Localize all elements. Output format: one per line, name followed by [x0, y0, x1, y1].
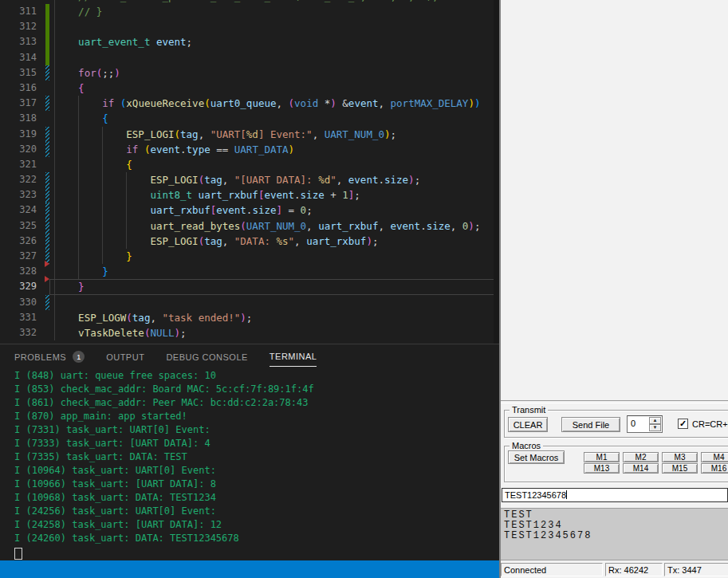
- code-text: {: [54, 111, 108, 126]
- indent-guide: [78, 202, 79, 218]
- indent-guide: [54, 50, 55, 65]
- tab-debug-console[interactable]: DEBUG CONSOLE: [166, 351, 247, 367]
- line-number[interactable]: 324: [0, 202, 37, 218]
- indent-guide: [78, 157, 79, 172]
- line-number[interactable]: 321: [0, 157, 37, 172]
- git-modified-marker: [45, 234, 49, 249]
- line-number[interactable]: 327: [0, 249, 37, 264]
- line-number[interactable]: 311: [0, 4, 37, 19]
- cr-crlf-checkbox[interactable]: ✓ CR=CR+LF: [678, 419, 728, 429]
- code-line[interactable]: 331 ESP_LOGW(tag, "task ended!");: [0, 310, 499, 325]
- code-line[interactable]: 326 ESP_LOGI(tag, "DATA: %s", uart_rxbuf…: [0, 234, 499, 249]
- line-number[interactable]: 332: [0, 325, 37, 340]
- set-macros-button[interactable]: Set Macros: [508, 450, 565, 464]
- vscode-statusbar: [0, 560, 499, 578]
- code-line[interactable]: 311 // }: [0, 4, 499, 19]
- code-line[interactable]: 325 uart_read_bytes(UART_NUM_0, uart_rxb…: [0, 218, 499, 234]
- clear-button[interactable]: CLEAR: [508, 417, 548, 432]
- line-number[interactable]: 325: [0, 218, 37, 234]
- code-line[interactable]: 317 if (xQueueReceive(uart0_queue, (void…: [0, 96, 499, 111]
- terminal-line: I (7335) task_uart: DATA: TEST: [14, 450, 498, 464]
- code-line[interactable]: 320 if (event.type == UART_DATA): [0, 142, 499, 157]
- code-line[interactable]: 329 }: [0, 279, 499, 294]
- indent-guide: [126, 218, 127, 234]
- send-file-button[interactable]: Send File: [561, 417, 620, 432]
- macro-button-m16[interactable]: M16: [701, 463, 728, 474]
- indent-guide: [126, 234, 127, 249]
- code-line[interactable]: 328 }: [0, 264, 499, 279]
- macro-button-m1[interactable]: M1: [584, 452, 620, 462]
- line-number[interactable]: 319: [0, 127, 37, 142]
- tab-label: OUTPUT: [106, 352, 144, 362]
- line-number[interactable]: 314: [0, 50, 37, 65]
- line-number[interactable]: 330: [0, 295, 37, 310]
- code-line[interactable]: 321 {: [0, 157, 499, 172]
- code-text: {: [54, 81, 85, 96]
- indent-guide: [54, 19, 55, 34]
- macro-button-m13[interactable]: M13: [584, 463, 620, 474]
- macro-button-m3[interactable]: M3: [662, 452, 698, 462]
- code-text: }: [54, 264, 108, 279]
- tab-terminal[interactable]: TERMINAL: [270, 351, 317, 367]
- code-line[interactable]: 332 vTaskDelete(NULL);: [0, 325, 499, 340]
- git-added-marker: [45, 4, 49, 19]
- problems-badge: 1: [73, 351, 85, 363]
- code-line[interactable]: 319 ESP_LOGI(tag, "UART[%d] Event:", UAR…: [0, 127, 499, 142]
- line-number[interactable]: 331: [0, 310, 37, 325]
- code-line[interactable]: 315 for(;;): [0, 65, 499, 81]
- line-number[interactable]: 312: [0, 19, 37, 34]
- code-editor[interactable]: 310 // uart_enable_pattern_det_baud_intr…: [0, 0, 499, 344]
- indent-guide: [54, 111, 55, 126]
- indent-guide: [54, 34, 55, 49]
- indent-guide: [78, 218, 79, 234]
- line-number[interactable]: 316: [0, 81, 37, 96]
- indent-guide: [126, 172, 127, 187]
- line-number[interactable]: 317: [0, 96, 37, 111]
- code-line[interactable]: 318 {: [0, 111, 499, 126]
- terminal-output[interactable]: I (848) uart: queue free spaces: 10I (85…: [14, 369, 498, 560]
- code-line[interactable]: 322 ESP_LOGI(tag, "[UART DATA]: %d", eve…: [0, 172, 499, 187]
- code-line[interactable]: 323 uint8_t uart_rxbuf[event.size + 1];: [0, 187, 499, 202]
- cr-crlf-checkbox-label: CR=CR+LF: [692, 419, 728, 429]
- line-number[interactable]: 320: [0, 142, 37, 157]
- sent-history-area: TESTTEST1234TEST12345678: [501, 508, 728, 560]
- status-rx-count: Rx: 46242: [605, 563, 663, 576]
- line-number[interactable]: 313: [0, 34, 37, 49]
- send-count-spinner[interactable]: 0 ▲ ▼: [627, 415, 663, 433]
- indent-guide: [78, 96, 79, 111]
- indent-guide: [78, 234, 79, 249]
- code-text: }: [54, 249, 132, 264]
- macro-button-m14[interactable]: M14: [623, 463, 659, 474]
- code-text: uart_rxbuf[event.size] = 0;: [54, 202, 313, 218]
- code-line[interactable]: 327 }: [0, 249, 499, 264]
- code-line[interactable]: 324 uart_rxbuf[event.size] = 0;: [0, 202, 499, 218]
- spinner-down-icon[interactable]: ▼: [649, 424, 661, 431]
- transmit-group-label: Transmit: [510, 405, 548, 415]
- line-number[interactable]: 328: [0, 264, 37, 279]
- transmit-input[interactable]: TEST12345678: [502, 488, 728, 502]
- tab-output[interactable]: OUTPUT: [106, 351, 144, 367]
- line-number[interactable]: 318: [0, 111, 37, 126]
- code-line[interactable]: 313 uart_event_t event;: [0, 34, 499, 49]
- macro-button-m2[interactable]: M2: [623, 452, 659, 462]
- macro-button-m4[interactable]: M4: [701, 452, 728, 462]
- indent-guide: [78, 127, 79, 142]
- tab-problems[interactable]: PROBLEMS1: [14, 351, 85, 367]
- indent-guide: [54, 218, 55, 234]
- spinner-up-icon[interactable]: ▲: [649, 417, 661, 424]
- line-number[interactable]: 323: [0, 187, 37, 202]
- code-line[interactable]: 330: [0, 295, 499, 310]
- macro-button-m15[interactable]: M15: [662, 463, 698, 474]
- git-modified-marker: [45, 218, 49, 234]
- status-tx-count: Tx: 3447: [664, 563, 728, 576]
- line-number[interactable]: 322: [0, 172, 37, 187]
- code-line[interactable]: 316 {: [0, 81, 499, 96]
- code-line[interactable]: 312: [0, 19, 499, 34]
- line-number[interactable]: 326: [0, 234, 37, 249]
- git-modified-marker: [45, 172, 49, 187]
- git-modified-marker: [45, 127, 49, 142]
- code-line[interactable]: 314: [0, 50, 499, 65]
- line-number[interactable]: 329: [0, 279, 37, 294]
- code-text: uart_event_t event;: [54, 34, 192, 49]
- line-number[interactable]: 315: [0, 65, 37, 81]
